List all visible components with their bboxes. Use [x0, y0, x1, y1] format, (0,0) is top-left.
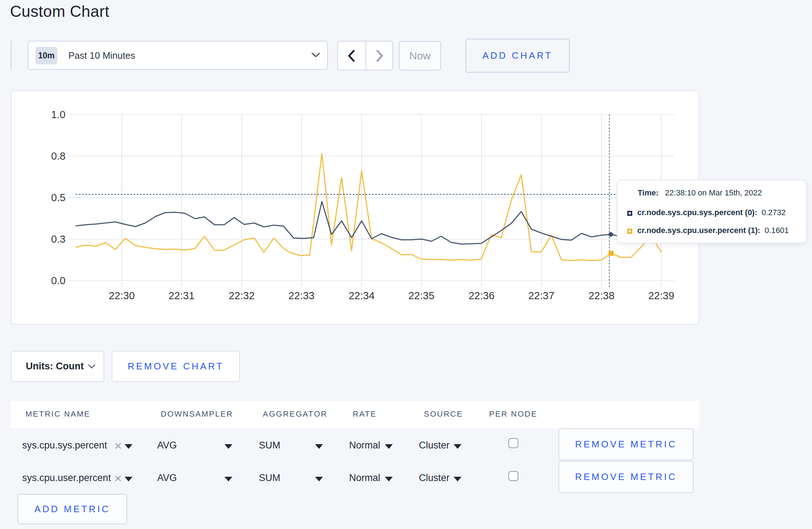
svg-text:0.0: 0.0 [51, 275, 66, 286]
svg-text:22:38: 22:38 [589, 290, 615, 301]
svg-text:22:32: 22:32 [229, 290, 255, 301]
svg-text:1.0: 1.0 [51, 109, 66, 120]
svg-text:22:34: 22:34 [349, 290, 375, 301]
svg-text:22:39: 22:39 [648, 290, 675, 301]
svg-text:22:37: 22:37 [528, 290, 555, 301]
svg-text:22:31: 22:31 [169, 290, 195, 301]
svg-text:0.8: 0.8 [51, 150, 66, 162]
svg-text:0.3: 0.3 [51, 233, 66, 245]
svg-text:22:30: 22:30 [109, 290, 135, 301]
svg-text:22:33: 22:33 [289, 290, 315, 301]
svg-text:22:35: 22:35 [409, 290, 435, 301]
svg-text:22:36: 22:36 [469, 290, 495, 301]
svg-text:0.5: 0.5 [51, 192, 66, 203]
